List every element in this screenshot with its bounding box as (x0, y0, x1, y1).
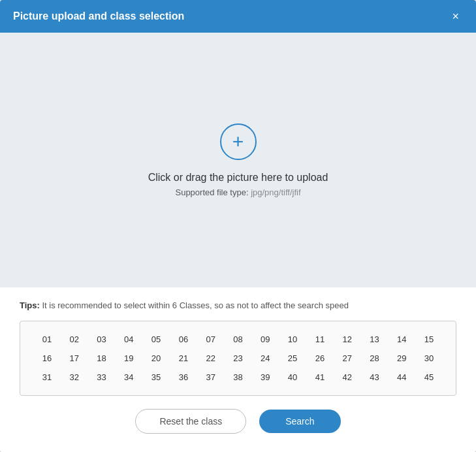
class-item[interactable]: 20 (142, 351, 170, 366)
bottom-section: Tips: It is recommended to select within… (0, 287, 476, 452)
class-item[interactable]: 17 (61, 351, 88, 366)
upload-icon-circle: + (220, 123, 257, 160)
class-item[interactable]: 04 (115, 332, 142, 347)
class-item[interactable]: 08 (225, 332, 252, 347)
class-item[interactable]: 24 (251, 351, 279, 366)
tips-row: Tips: It is recommended to select within… (20, 300, 456, 310)
upload-sub-text: Supported file type: jpg/png/tiff/jfif (148, 187, 328, 197)
class-item[interactable]: 16 (33, 351, 61, 366)
class-item[interactable]: 23 (225, 351, 252, 366)
class-item[interactable]: 43 (361, 370, 389, 385)
class-item[interactable]: 38 (225, 370, 252, 385)
class-item[interactable]: 36 (170, 370, 197, 385)
class-item[interactable]: 25 (279, 351, 306, 366)
class-item[interactable]: 27 (334, 351, 361, 366)
plus-icon: + (232, 131, 244, 153)
file-type-value: jpg/png/tiff/jfif (251, 187, 300, 197)
upload-area[interactable]: + Click or drag the picture here to uplo… (0, 33, 476, 287)
class-item[interactable]: 12 (334, 332, 361, 347)
tips-text: It is recommended to select within 6 Cla… (42, 300, 348, 310)
class-item[interactable]: 30 (415, 351, 443, 366)
tips-label: Tips: (20, 300, 40, 310)
class-item[interactable]: 37 (197, 370, 225, 385)
class-item[interactable]: 18 (88, 351, 116, 366)
class-item[interactable]: 13 (361, 332, 389, 347)
file-type-label: Supported file type: (175, 187, 248, 197)
class-item[interactable]: 29 (388, 351, 415, 366)
close-button[interactable]: × (448, 9, 463, 24)
class-item[interactable]: 05 (142, 332, 170, 347)
class-item[interactable]: 28 (361, 351, 389, 366)
search-button[interactable]: Search (259, 410, 340, 433)
class-item[interactable]: 39 (251, 370, 279, 385)
class-grid: 0102030405060708091011121314151617181920… (33, 332, 443, 385)
class-item[interactable]: 07 (197, 332, 225, 347)
upload-main-text: Click or drag the picture here to upload (148, 172, 328, 184)
class-item[interactable]: 33 (88, 370, 116, 385)
class-item[interactable]: 34 (115, 370, 142, 385)
class-item[interactable]: 01 (33, 332, 61, 347)
dialog-title: Picture upload and class selection (13, 10, 184, 22)
class-item[interactable]: 11 (306, 332, 334, 347)
class-item[interactable]: 40 (279, 370, 306, 385)
class-item[interactable]: 44 (388, 370, 415, 385)
action-row: Reset the class Search (20, 406, 456, 434)
class-item[interactable]: 10 (279, 332, 306, 347)
class-item[interactable]: 14 (388, 332, 415, 347)
class-item[interactable]: 09 (251, 332, 279, 347)
class-item[interactable]: 41 (306, 370, 334, 385)
class-item[interactable]: 21 (170, 351, 197, 366)
class-item[interactable]: 22 (197, 351, 225, 366)
class-item[interactable]: 06 (170, 332, 197, 347)
class-item[interactable]: 19 (115, 351, 142, 366)
reset-button[interactable]: Reset the class (135, 409, 246, 434)
dialog: Picture upload and class selection × + C… (0, 0, 476, 452)
upload-text: Click or drag the picture here to upload… (148, 172, 328, 197)
class-item[interactable]: 32 (61, 370, 88, 385)
class-item[interactable]: 02 (61, 332, 88, 347)
class-grid-container: 0102030405060708091011121314151617181920… (20, 321, 456, 396)
class-item[interactable]: 26 (306, 351, 334, 366)
dialog-header: Picture upload and class selection × (0, 0, 476, 33)
class-item[interactable]: 42 (334, 370, 361, 385)
class-item[interactable]: 35 (142, 370, 170, 385)
class-item[interactable]: 45 (415, 370, 443, 385)
class-item[interactable]: 03 (88, 332, 116, 347)
class-item[interactable]: 15 (415, 332, 443, 347)
class-item[interactable]: 31 (33, 370, 61, 385)
